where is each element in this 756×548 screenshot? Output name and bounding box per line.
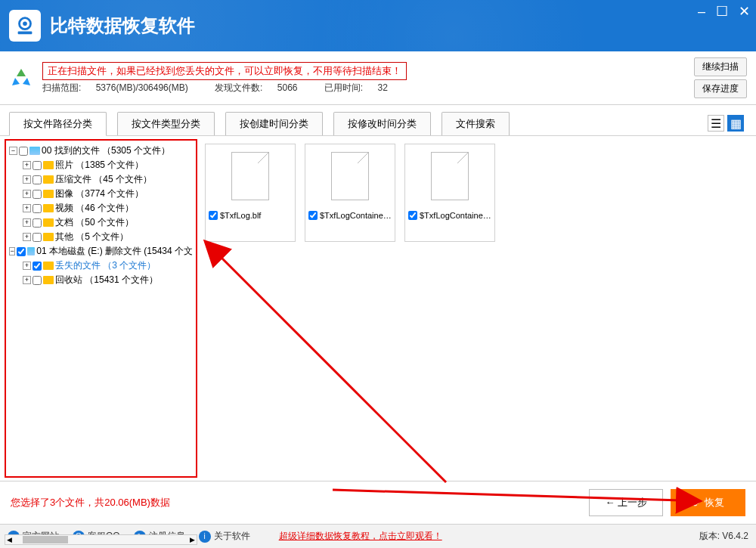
file-checkbox[interactable] [308,211,318,220]
folder-icon [43,233,54,241]
expand-icon[interactable]: + [23,204,31,212]
expand-icon[interactable]: + [23,276,31,284]
expand-icon[interactable]: + [23,190,31,198]
tree-label[interactable]: 压缩文件 （45 个文件） [55,172,152,187]
folder-tree: −00 找到的文件 （5305 个文件） +照片 （1385 个文件） +压缩文… [5,139,197,478]
tree-label[interactable]: 视频 （46 个文件） [55,201,134,215]
save-progress-button[interactable]: 保存进度 [694,79,747,98]
tutorial-link[interactable]: 超级详细数据恢复教程，点击立即观看！ [279,530,442,543]
file-checkbox[interactable] [408,211,417,220]
folder-icon [43,175,54,184]
tabs-row: 按文件路径分类 按文件类型分类 按创建时间分类 按修改时间分类 文件搜索 ☰ ▦ [0,105,756,136]
recycle-icon [9,66,33,90]
close-icon[interactable]: ✕ [739,5,750,18]
file-name: $TxfLogContainer... [320,211,392,220]
tree-label[interactable]: 丢失的文件 （3 个文件） [55,259,156,273]
tree-checkbox[interactable] [17,247,26,256]
expand-icon[interactable]: + [23,233,31,241]
tree-checkbox[interactable] [33,161,42,170]
tree-label[interactable]: 照片 （1385 个文件） [55,158,144,172]
tree-checkbox[interactable] [33,204,42,213]
minimize-icon[interactable]: – [698,5,705,18]
file-icon [231,152,269,200]
file-name: $TxfLogContainer... [420,211,491,220]
tree-checkbox[interactable] [33,276,42,285]
folder-icon [43,204,54,212]
file-checkbox[interactable] [209,211,218,220]
tree-checkbox[interactable] [33,233,42,242]
expand-icon[interactable]: − [9,247,15,255]
scan-message: 正在扫描文件，如果已经找到您丢失的文件，可以立即恢复，不用等待扫描结束！ [42,62,407,80]
info-icon: i [199,531,211,543]
tree-label[interactable]: 其他 （5 个文件） [55,230,129,244]
file-item[interactable]: $TxfLog.blf [205,144,296,242]
tree-scrollbar[interactable]: ◀▶ [5,534,197,545]
expand-icon[interactable]: + [23,262,31,270]
file-item[interactable]: $TxfLogContainer... [305,144,395,242]
folder-icon [43,218,54,227]
tab-path[interactable]: 按文件路径分类 [9,112,107,136]
tree-checkbox[interactable] [33,262,42,271]
file-name: $TxfLog.blf [220,211,292,220]
expand-icon[interactable]: + [23,218,31,227]
footer-about[interactable]: i关于软件 [199,530,250,543]
svg-point-1 [23,21,27,26]
tree-label[interactable]: 01 本地磁盘 (E:) 删除文件 (15434 个文 [36,244,193,259]
folder-icon [43,190,54,198]
maximize-icon[interactable]: ☐ [716,5,728,18]
version-label: 版本: V6.4.2 [699,530,748,543]
folder-icon [43,262,54,270]
file-item[interactable]: $TxfLogContainer... [404,144,495,242]
tree-label[interactable]: 文档 （50 个文件） [55,215,134,230]
refresh-icon: ⟳ [692,497,700,509]
app-logo [9,10,41,42]
tree-checkbox[interactable] [19,147,28,156]
title-bar: 比特数据恢复软件 – ☐ ✕ [0,0,756,51]
selection-info: 您选择了3个文件，共20.06(MB)数据 [11,496,170,509]
expand-icon[interactable]: − [9,147,17,155]
expand-icon[interactable]: + [23,161,31,169]
tab-modified[interactable]: 按修改时间分类 [333,112,431,135]
view-list-icon[interactable]: ☰ [708,115,724,132]
folder-icon [43,276,54,284]
continue-scan-button[interactable]: 继续扫描 [694,57,747,76]
tab-search[interactable]: 文件搜索 [442,112,510,135]
file-grid: $TxfLog.blf $TxfLogContainer... $TxfLogC… [197,136,756,481]
tree-checkbox[interactable] [33,190,42,199]
drive-icon [29,147,40,155]
folder-icon [43,161,54,169]
view-grid-icon[interactable]: ▦ [727,115,744,132]
tree-checkbox[interactable] [33,175,42,184]
scan-progress-area: 正在扫描文件，如果已经找到您丢失的文件，可以立即恢复，不用等待扫描结束！ 扫描范… [0,51,756,105]
tree-checkbox[interactable] [33,218,42,228]
tree-label[interactable]: 00 找到的文件 （5305 个文件） [42,144,170,158]
tree-label[interactable]: 图像 （3774 个文件） [55,187,144,201]
drive-icon [27,247,35,255]
recover-button[interactable]: ⟳恢复 [671,489,745,516]
prev-button[interactable]: ← 上一步 [589,489,663,516]
scan-stats: 扫描范围: 5376(MB)/306496(MB) 发现文件数: 5066 已用… [42,82,685,94]
file-icon [431,152,469,200]
app-title: 比特数据恢复软件 [50,14,195,38]
file-icon [331,152,369,200]
tree-label[interactable]: 回收站 （15431 个文件） [55,273,158,287]
tab-created[interactable]: 按创建时间分类 [225,112,323,135]
expand-icon[interactable]: + [23,175,31,184]
svg-rect-2 [18,32,33,35]
tab-type[interactable]: 按文件类型分类 [117,112,215,135]
bottom-bar: 您选择了3个文件，共20.06(MB)数据 ← 上一步 ⟳恢复 [0,481,756,524]
